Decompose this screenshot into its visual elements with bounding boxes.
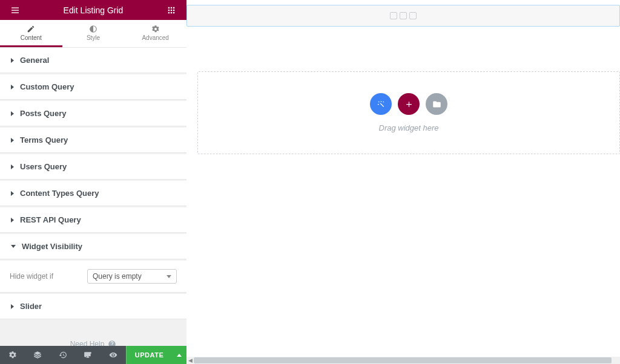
pencil-icon bbox=[27, 25, 35, 33]
column-icon bbox=[400, 12, 407, 19]
chevron-right-icon bbox=[11, 164, 14, 169]
update-button[interactable]: UPDATE bbox=[126, 346, 172, 364]
svg-rect-9 bbox=[168, 11, 170, 13]
preview-icon[interactable] bbox=[101, 346, 126, 364]
svg-rect-7 bbox=[171, 9, 172, 10]
section-label: REST API Query bbox=[20, 215, 81, 224]
svg-rect-6 bbox=[168, 9, 170, 10]
hide-widget-label: Hide widget if bbox=[10, 272, 53, 281]
svg-rect-11 bbox=[173, 11, 174, 13]
section-label: Custom Query bbox=[20, 82, 74, 91]
drop-hint: Drag widget here bbox=[379, 123, 439, 132]
section-content-types-query[interactable]: Content Types Query bbox=[0, 181, 186, 206]
section-users-query[interactable]: Users Query bbox=[0, 154, 186, 180]
chevron-right-icon bbox=[11, 85, 14, 89]
new-section-bar[interactable] bbox=[186, 5, 620, 27]
widget-visibility-body: Hide widget if Query is empty bbox=[0, 261, 186, 293]
need-help-label: Need Help bbox=[70, 340, 105, 346]
tab-advanced[interactable]: Advanced bbox=[124, 20, 186, 47]
section-slider[interactable]: Slider bbox=[0, 294, 186, 319]
apps-icon[interactable] bbox=[162, 1, 180, 19]
section-label: Posts Query bbox=[20, 109, 67, 118]
horizontal-scrollbar[interactable]: ◀ bbox=[186, 357, 620, 364]
section-general[interactable]: General bbox=[0, 48, 186, 73]
plus-icon bbox=[404, 100, 414, 109]
folder-icon bbox=[432, 100, 441, 109]
tab-content[interactable]: Content bbox=[0, 20, 62, 47]
menu-icon[interactable] bbox=[6, 1, 24, 19]
svg-rect-2 bbox=[12, 12, 19, 13]
svg-rect-8 bbox=[173, 9, 174, 10]
drop-icons bbox=[370, 93, 447, 115]
contrast-icon bbox=[89, 25, 97, 33]
help-icon bbox=[108, 340, 116, 346]
svg-rect-10 bbox=[171, 11, 172, 13]
scroll-thumb[interactable] bbox=[194, 357, 612, 363]
section-label: Users Query bbox=[20, 162, 67, 171]
editor-sidebar: Edit Listing Grid Content Style Advanced… bbox=[0, 0, 186, 364]
responsive-icon[interactable] bbox=[76, 346, 101, 364]
svg-rect-3 bbox=[168, 7, 170, 8]
section-label: Content Types Query bbox=[20, 189, 99, 198]
chevron-right-icon bbox=[11, 191, 14, 196]
section-label: General bbox=[20, 56, 49, 65]
widget-drop-area[interactable]: Drag widget here bbox=[197, 71, 620, 154]
add-section-button[interactable] bbox=[370, 93, 392, 115]
editor-canvas: Drag widget here ◀ bbox=[186, 0, 620, 364]
column-icon bbox=[390, 12, 397, 19]
tab-label: Style bbox=[87, 34, 100, 41]
scroll-left-icon[interactable]: ◀ bbox=[186, 357, 194, 363]
svg-rect-5 bbox=[173, 7, 174, 8]
section-widget-visibility[interactable]: Widget Visibility bbox=[0, 234, 186, 259]
tab-style[interactable]: Style bbox=[62, 20, 125, 47]
add-widget-button[interactable] bbox=[398, 93, 420, 115]
section-rest-api-query[interactable]: REST API Query bbox=[0, 207, 186, 233]
chevron-down-icon bbox=[11, 245, 16, 248]
svg-rect-0 bbox=[12, 7, 19, 8]
section-posts-query[interactable]: Posts Query bbox=[0, 101, 186, 126]
sidebar-header: Edit Listing Grid bbox=[0, 0, 186, 20]
svg-rect-4 bbox=[171, 7, 172, 8]
settings-icon[interactable] bbox=[0, 346, 25, 364]
section-label: Terms Query bbox=[20, 135, 68, 145]
chevron-right-icon bbox=[11, 138, 14, 143]
select-value: Query is empty bbox=[93, 272, 142, 281]
scroll-track[interactable] bbox=[194, 357, 620, 364]
gear-icon bbox=[151, 25, 160, 33]
hide-widget-select[interactable]: Query is empty bbox=[87, 269, 177, 284]
add-template-button[interactable] bbox=[426, 93, 447, 115]
column-icon bbox=[409, 12, 417, 19]
section-custom-query[interactable]: Custom Query bbox=[0, 74, 186, 100]
chevron-right-icon bbox=[11, 304, 14, 309]
panel-title: Edit Listing Grid bbox=[64, 5, 124, 15]
chevron-right-icon bbox=[11, 111, 14, 116]
svg-rect-1 bbox=[12, 10, 19, 10]
section-label: Slider bbox=[20, 302, 42, 311]
chevron-down-icon bbox=[167, 275, 171, 278]
chevron-up-icon bbox=[177, 354, 182, 357]
wand-icon bbox=[377, 100, 386, 109]
tab-label: Advanced bbox=[142, 34, 168, 41]
sections-list: General Custom Query Posts Query Terms Q… bbox=[0, 48, 186, 346]
tab-label: Content bbox=[21, 34, 42, 41]
need-help-link[interactable]: Need Help bbox=[0, 320, 186, 346]
tab-bar: Content Style Advanced bbox=[0, 20, 186, 48]
chevron-right-icon bbox=[11, 218, 14, 223]
history-icon[interactable] bbox=[50, 346, 76, 364]
sidebar-footer: UPDATE bbox=[0, 346, 186, 364]
chevron-right-icon bbox=[11, 58, 14, 63]
navigator-icon[interactable] bbox=[25, 346, 51, 364]
update-options-button[interactable] bbox=[172, 346, 186, 364]
section-label: Widget Visibility bbox=[22, 242, 82, 251]
section-terms-query[interactable]: Terms Query bbox=[0, 128, 186, 153]
